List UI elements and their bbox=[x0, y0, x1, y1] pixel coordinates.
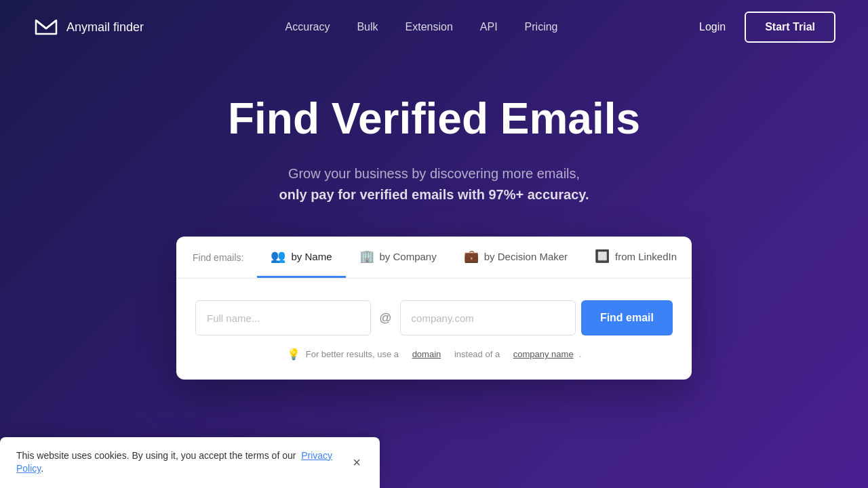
tab-from-linkedin-icon: 🔲 bbox=[595, 249, 610, 264]
tab-by-decision-maker-label: by Decision Maker bbox=[484, 251, 568, 262]
find-emails-label: Find emails: bbox=[193, 240, 252, 275]
search-card: Find emails: 👥 by Name 🏢 by Company 💼 by… bbox=[176, 237, 692, 380]
cookie-banner: This website uses cookies. By using it, … bbox=[0, 437, 380, 488]
search-hint: 💡 For better results, use a domain inste… bbox=[195, 348, 673, 361]
tab-by-company-label: by Company bbox=[380, 251, 437, 262]
brand-name: Anymail finder bbox=[66, 20, 144, 35]
nav-links: Accuracy Bulk Extension API Pricing bbox=[285, 21, 558, 33]
find-email-button[interactable]: Find email bbox=[581, 300, 673, 336]
svg-line-1 bbox=[36, 20, 46, 28]
cookie-close-button[interactable]: × bbox=[350, 455, 363, 470]
hint-domain-link[interactable]: domain bbox=[412, 349, 441, 359]
hero-subtitle: Grow your business by discovering more e… bbox=[288, 163, 580, 184]
tab-by-name-icon: 👥 bbox=[271, 249, 285, 264]
hint-company-name-link[interactable]: company name bbox=[513, 349, 574, 359]
logo-link[interactable]: Anymail finder bbox=[33, 14, 144, 41]
tab-by-name[interactable]: 👥 by Name bbox=[257, 237, 345, 278]
hint-text: For better results, use a bbox=[306, 349, 399, 359]
hint-end: . bbox=[579, 349, 582, 359]
nav-link-pricing[interactable]: Pricing bbox=[525, 21, 558, 33]
company-input[interactable] bbox=[400, 300, 576, 336]
nav-link-bulk[interactable]: Bulk bbox=[357, 21, 378, 33]
hero-title: Find Verified Emails bbox=[228, 95, 640, 142]
full-name-input[interactable] bbox=[195, 300, 371, 336]
start-trial-button[interactable]: Start Trial bbox=[745, 12, 835, 43]
logo-icon bbox=[33, 14, 60, 41]
navbar: Anymail finder Accuracy Bulk Extension A… bbox=[0, 0, 868, 54]
search-inputs: @ Find email bbox=[195, 300, 673, 336]
nav-link-accuracy[interactable]: Accuracy bbox=[285, 21, 330, 33]
search-tabs: Find emails: 👥 by Name 🏢 by Company 💼 by… bbox=[176, 237, 692, 279]
nav-link-extension[interactable]: Extension bbox=[406, 21, 453, 33]
hero-section: Find Verified Emails Grow your business … bbox=[0, 54, 868, 380]
tab-by-company-icon: 🏢 bbox=[359, 249, 374, 264]
login-link[interactable]: Login bbox=[699, 21, 726, 33]
tab-by-name-label: by Name bbox=[291, 251, 332, 262]
tab-from-linkedin-label: from LinkedIn bbox=[615, 251, 677, 262]
cookie-text: This website uses cookies. By using it, … bbox=[16, 449, 339, 476]
hint-middle: instead of a bbox=[454, 349, 500, 359]
hero-subtitle-bold: only pay for verified emails with 97%+ a… bbox=[279, 187, 589, 203]
at-symbol: @ bbox=[376, 311, 394, 325]
nav-link-api[interactable]: API bbox=[480, 21, 498, 33]
hint-icon: 💡 bbox=[287, 348, 300, 361]
tab-by-company[interactable]: 🏢 by Company bbox=[346, 237, 450, 278]
tab-from-linkedin[interactable]: 🔲 from LinkedIn bbox=[581, 237, 690, 278]
navbar-actions: Login Start Trial bbox=[699, 12, 835, 43]
tab-by-decision-maker-icon: 💼 bbox=[464, 249, 479, 264]
search-body: @ Find email 💡 For better results, use a… bbox=[176, 279, 692, 380]
tab-by-decision-maker[interactable]: 💼 by Decision Maker bbox=[450, 237, 581, 278]
